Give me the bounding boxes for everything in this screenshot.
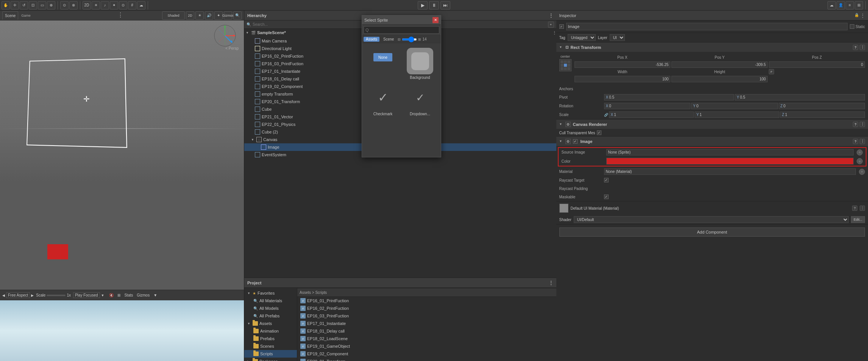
sprite-background[interactable]: Background: [402, 46, 438, 81]
material-value[interactable]: None (Material): [604, 168, 856, 175]
proj-file-ep20-01[interactable]: # EP20_01_Transform: [297, 358, 556, 361]
project-menu[interactable]: ⋮: [549, 280, 553, 286]
object-name-input[interactable]: [566, 23, 848, 30]
pivot-x[interactable]: X0.5: [604, 94, 734, 100]
assets-group[interactable]: ▼ Assets: [244, 320, 297, 327]
static-check[interactable]: [850, 24, 854, 29]
scale-slider[interactable]: [47, 295, 66, 296]
sprite-dropdown[interactable]: ✓ Dropdown...: [402, 83, 438, 118]
rot-x[interactable]: X0: [604, 103, 691, 109]
color-field[interactable]: [606, 158, 854, 165]
scale-z[interactable]: Z1: [780, 111, 865, 118]
proj-file-ep16-03[interactable]: # EP16_03_PrintFuction: [297, 312, 556, 320]
gizmos-btn[interactable]: Gizmos: [136, 293, 151, 298]
rt-f-btn[interactable]: F: [769, 69, 774, 74]
cr-menu[interactable]: ⋮: [860, 122, 865, 127]
width-value[interactable]: 100: [575, 76, 671, 82]
source-image-value[interactable]: None (Sprite): [606, 149, 854, 155]
cr-toggle[interactable]: ⊙: [565, 122, 571, 127]
pos-z-value[interactable]: 0: [769, 61, 865, 68]
proj-file-ep16-01[interactable]: # EP16_01_PrintFuction: [297, 297, 556, 304]
play-focused-dropdown[interactable]: Play Focused: [73, 292, 100, 298]
account-btn[interactable]: 👤: [837, 1, 845, 9]
proj-file-ep19-02[interactable]: # EP19_02_Component: [297, 350, 556, 358]
effect-btn[interactable]: ✦: [110, 1, 118, 9]
audio-btn[interactable]: ♪: [101, 1, 109, 9]
play-focused-arrow[interactable]: ▼: [101, 294, 105, 297]
material-picker[interactable]: ○: [859, 169, 865, 175]
rect-tool[interactable]: ▭: [38, 1, 46, 9]
inspector-lock[interactable]: 🔒: [854, 13, 859, 18]
step-button[interactable]: ⏭: [440, 1, 450, 9]
anchor-grid[interactable]: [559, 59, 571, 71]
add-component-btn[interactable]: Add Component: [559, 228, 865, 237]
scale-x[interactable]: X1: [609, 111, 694, 118]
raycast-target-check[interactable]: ✓: [604, 178, 609, 182]
lighting-btn[interactable]: ☀: [92, 1, 100, 9]
cr-help[interactable]: ?: [853, 122, 858, 127]
pivot-y[interactable]: Y0.5: [735, 94, 865, 100]
animation-folder[interactable]: Animation: [244, 327, 297, 335]
scene-light[interactable]: ☀: [195, 11, 204, 20]
proj-file-ep18-02[interactable]: # EP18_02_LoadScene: [297, 335, 556, 342]
scene-shading[interactable]: Shaded: [162, 11, 185, 20]
all-models[interactable]: 🔍 All Models: [244, 304, 297, 312]
scale-tool[interactable]: ⊡: [29, 1, 37, 9]
hand-tool[interactable]: ✋: [2, 1, 10, 9]
hierarchy-add-btn[interactable]: +: [548, 22, 554, 28]
move-tool[interactable]: ✛: [11, 1, 19, 9]
aspect-left-arrow[interactable]: ◀: [2, 294, 5, 297]
proj-file-ep19-01[interactable]: # EP19_01_GameObject: [297, 342, 556, 350]
scale-y[interactable]: Y1: [695, 111, 779, 118]
all-materials[interactable]: 🔍 All Materials: [244, 297, 297, 304]
scene-menu-btn[interactable]: ⋮: [553, 31, 556, 35]
play-button[interactable]: ▶: [418, 1, 428, 9]
prefabs-folder[interactable]: Prefabs: [244, 335, 297, 342]
2d-btn[interactable]: 2D: [83, 1, 91, 9]
img-help[interactable]: ?: [853, 139, 858, 144]
rt-menu[interactable]: ⋮: [860, 45, 865, 50]
image-enabled-check[interactable]: ✓: [573, 139, 578, 144]
all-prefabs[interactable]: 🔍 All Prefabs: [244, 312, 297, 320]
rt-help[interactable]: ?: [853, 45, 858, 50]
packages-group[interactable]: ▶ Packages: [244, 358, 297, 361]
hierarchy-tab[interactable]: Hierarchy: [247, 13, 267, 18]
height-value[interactable]: 100: [671, 76, 768, 82]
color-picker-btn[interactable]: ○: [857, 158, 863, 164]
scene-audio[interactable]: 🔊: [205, 11, 213, 20]
aspect-right-arrow[interactable]: ▶: [31, 294, 34, 297]
project-tab[interactable]: Project: [247, 281, 261, 285]
proj-file-ep18-01[interactable]: # EP18_01_Delay call: [297, 327, 556, 335]
pos-y-value[interactable]: -309.5: [671, 61, 768, 68]
object-enabled-check[interactable]: ✓: [559, 24, 564, 29]
pause-button[interactable]: ⏸: [429, 1, 439, 9]
sprite-none[interactable]: None: [365, 46, 401, 81]
proj-file-ep17-01[interactable]: # EP17_01_Instantiate: [297, 320, 556, 327]
dialog-tab-assets[interactable]: Assets: [364, 37, 379, 42]
scene-search[interactable]: 🔍: [233, 11, 242, 20]
vsync-btn[interactable]: ⊞: [116, 293, 122, 298]
collab-btn[interactable]: ☁: [137, 1, 145, 9]
scene-2d[interactable]: 2D: [186, 11, 194, 20]
pivot-btn[interactable]: ⊙: [60, 1, 69, 9]
tag-select[interactable]: Untagged: [568, 34, 596, 41]
aspect-dropdown[interactable]: Free Aspect: [6, 292, 30, 298]
dialog-close-btn[interactable]: ✕: [432, 17, 439, 23]
mat-help[interactable]: ?: [852, 206, 857, 211]
shader-edit-btn[interactable]: Edit...: [851, 216, 865, 223]
local-btn[interactable]: ⊗: [69, 1, 78, 9]
scenes-folder[interactable]: Scenes: [244, 342, 297, 350]
scene-view[interactable]: ✛: [0, 20, 244, 290]
rot-z[interactable]: Z0: [779, 103, 865, 109]
hierarchy-menu[interactable]: ⋮: [549, 13, 553, 18]
source-image-picker[interactable]: ○: [857, 149, 863, 155]
scene-fx[interactable]: ✦: [214, 11, 223, 20]
proj-file-ep16-02[interactable]: # EP16_02_PrintFuction: [297, 304, 556, 312]
sprite-checkmark[interactable]: ✓ Checkmark: [365, 83, 401, 118]
scripts-folder[interactable]: Scripts: [244, 350, 297, 358]
layer-select[interactable]: UI: [610, 34, 625, 41]
search-btn[interactable]: ⊙: [119, 1, 127, 9]
rotate-tool[interactable]: ↺: [20, 1, 28, 9]
scene-menu[interactable]: ⋮: [117, 11, 123, 19]
img-comp-toggle[interactable]: ⊙: [565, 139, 571, 144]
